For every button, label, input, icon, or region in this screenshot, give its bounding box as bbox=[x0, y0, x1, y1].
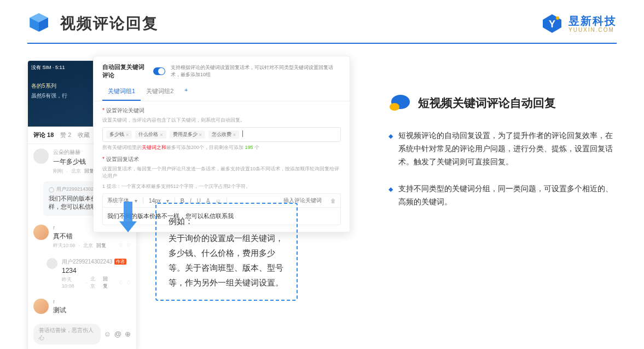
delete-icon[interactable]: 🗑 bbox=[330, 198, 336, 204]
section-title: 短视频关键词评论自动回复 bbox=[418, 95, 556, 111]
svg-point-5 bbox=[556, 16, 559, 20]
example-body: 关于询价的设置成一组关键词，多少钱、什么价格，费用多少等。关于咨询班型、版本、型… bbox=[169, 231, 285, 290]
page-header: 视频评论回复 Y 昱新科技 YUUXIN.COM bbox=[0, 0, 644, 43]
dislike-icon[interactable]: ♡ bbox=[126, 243, 131, 248]
arrow-down-icon bbox=[119, 202, 137, 234]
feature-bullets: 短视频评论的自动回复设置，为了提升作者的评论回复效率，在系统中针对常见的评论用户… bbox=[388, 129, 617, 209]
avatar bbox=[47, 258, 57, 269]
tab-fav[interactable]: 收藏 bbox=[78, 131, 90, 139]
tab-comments[interactable]: 评论 18 bbox=[33, 131, 54, 139]
toggle-switch[interactable] bbox=[153, 67, 165, 75]
heart-icon[interactable]: ♡ bbox=[119, 280, 123, 285]
svg-point-7 bbox=[390, 103, 399, 111]
text-cursor bbox=[242, 130, 243, 137]
brand-domain: YUUXIN.COM bbox=[568, 27, 617, 33]
avatar bbox=[33, 225, 49, 240]
tab-likes[interactable]: 赞 2 bbox=[60, 131, 71, 139]
keyword-tags-input[interactable]: 多少钱 什么价格 费用是多少 怎么收费 bbox=[102, 127, 341, 142]
brand-logo: Y 昱新科技 YUUXIN.COM bbox=[541, 13, 617, 35]
keyword-tag[interactable]: 费用是多少 bbox=[170, 130, 205, 139]
dislike-icon[interactable]: ♡ bbox=[126, 280, 131, 285]
reply-label: 设置回复话术 bbox=[102, 156, 341, 163]
add-group-button[interactable]: + bbox=[181, 84, 191, 101]
reply-link[interactable]: 回复 bbox=[84, 168, 94, 175]
gift-icon[interactable]: ⊕ bbox=[125, 330, 131, 338]
heart-icon[interactable]: ♡ bbox=[119, 243, 123, 248]
at-icon[interactable]: @ bbox=[114, 330, 121, 338]
comment-input[interactable]: 善语结善缘，恶言伤人心 bbox=[33, 324, 101, 345]
brand-name: 昱新科技 bbox=[568, 15, 617, 27]
bullet-item: 支持不同类型的关键词分组，同一类问题，可设置多个相近的、高频的关键词。 bbox=[388, 182, 617, 209]
keywords-label: 设置评论关键词 bbox=[102, 107, 341, 115]
svg-text:Y: Y bbox=[549, 19, 555, 30]
header-left: 视频评论回复 bbox=[27, 11, 159, 36]
tab-group-1[interactable]: 关键词组1 bbox=[102, 84, 141, 101]
example-heading: 例如： bbox=[169, 214, 285, 228]
avatar bbox=[33, 299, 49, 314]
bullet-item: 短视频评论的自动回复设置，为了提升作者的评论回复效率，在系统中针对常见的评论用户… bbox=[388, 129, 617, 168]
avatar bbox=[33, 148, 49, 164]
tab-group-2[interactable]: 关键词组2 bbox=[141, 84, 179, 101]
emoji-icon[interactable]: ☺ bbox=[104, 330, 111, 338]
example-callout: 例如： 关于询价的设置成一组关键词，多少钱、什么价格，费用多少等。关于咨询班型、… bbox=[155, 203, 298, 301]
cube-icon bbox=[27, 11, 50, 36]
chat-bubble-icon bbox=[388, 93, 410, 113]
explainer-column: 短视频关键词评论自动回复 短视频评论的自动回复设置，为了提升作者的评论回复效率，… bbox=[388, 60, 617, 223]
page-title: 视频评论回复 bbox=[60, 13, 159, 34]
screenshot-composite: 没有 SIM · 5:11 各的5系列 虽然6有强，行 评论 18 赞 2 收藏… bbox=[27, 60, 356, 223]
brand-mark-icon: Y bbox=[541, 13, 563, 35]
sub-reply: 用户2299214302243作者 1234 昨天10:08· 北京 回复 ♡ … bbox=[41, 254, 136, 294]
keyword-tag[interactable]: 怎么收费 bbox=[208, 130, 239, 139]
keyword-tag[interactable]: 什么价格 bbox=[135, 130, 166, 139]
comment-item: r 测试 bbox=[28, 294, 136, 321]
panel-title: 自动回复关键词评论 bbox=[102, 63, 148, 79]
keyword-group-tabs: 关键词组1 关键词组2 + bbox=[94, 84, 350, 101]
comment-input-bar: 善语结善缘，恶言伤人心 ☺ @ ⊕ bbox=[33, 324, 131, 345]
reply-link[interactable]: 回复 bbox=[96, 242, 106, 249]
avatar-icon: ◯ bbox=[49, 187, 54, 192]
author-badge: 作者 bbox=[114, 259, 126, 265]
keyword-tag[interactable]: 多少钱 bbox=[106, 130, 132, 139]
